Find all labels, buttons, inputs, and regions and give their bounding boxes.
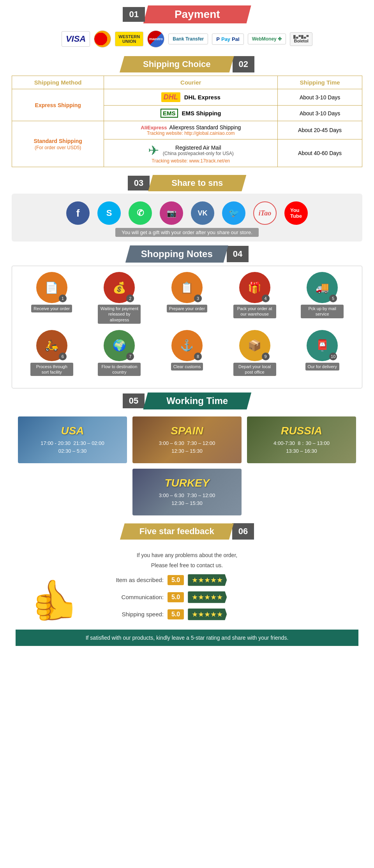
star-icon: ★ [210,610,217,619]
star-icon: ★ [217,593,223,602]
step-7-label: Flow to destination country [98,363,141,376]
step-3-icon: 📋 3 [171,272,203,303]
step-2-icon: 💰 2 [104,272,135,303]
boletol-icon: █▄▀█▄▀ Boletol [290,32,312,46]
step-10: 📮 10 Our for delivery [301,330,344,370]
star-icon: ★ [192,576,198,584]
usa-time-box: USA 17:00 - 20:30 21:30 – 02:0002:30 – 5… [18,416,127,463]
rating-shipping-stars: ★ ★ ★ ★ ★ [188,609,227,620]
step-3: 📋 3 Prepare your order [166,272,208,312]
shipping-table: Shipping Method Courier Shipping Time Ex… [12,76,362,167]
payment-number: 01 [123,7,145,22]
star-icon: ★ [204,576,210,584]
payment-icons-row: VISA WESTERNUNION maestro Bank Transfer … [0,26,374,53]
ems-name: EMS Shipping [182,110,221,116]
turkey-times: 3:00 – 6:30 7:30 – 12:0012:30 – 15:30 [159,492,215,508]
step-2-label: Waiting for payment released by alixepre… [98,305,141,324]
visa-icon: VISA [62,31,90,47]
itao-icon[interactable]: iTao [253,201,277,225]
rating-row-shipping: Shipping speed: 5.0 ★ ★ ★ ★ ★ [101,609,358,620]
step-9: 📦 9 Depart your local post office [233,330,276,376]
star-icon: ★ [198,593,204,602]
star-icon: ★ [210,576,217,584]
instagram-icon[interactable]: 📷 [160,201,183,225]
ratings-wrap: Item as described: 5.0 ★ ★ ★ ★ ★ Communi… [101,574,358,626]
star-icon: ★ [198,576,204,584]
payment-title: Payment [143,5,251,23]
step-6-icon: 🛵 6 [36,330,67,361]
dhl-name: DHL Express [184,94,221,101]
russia-times: 4:00-7:30 8：30 – 13:0013:30 – 16:30 [273,439,330,456]
spain-times: 3:00 – 6:30 7:30 – 12:0012:30 – 15:30 [159,439,215,456]
ems-logo: EMS [161,109,178,118]
ali-tracking: Tracking website: http://global.cainiao.… [109,131,273,136]
ali-logo: AliExpress [141,125,167,131]
ali-time: About 20-45 Days [278,121,362,139]
star-icon: ★ [204,593,210,602]
feedback-content-wrap: If you have any problems about the order… [0,543,374,650]
step-5-label: Pck up by mail service [301,305,344,318]
paypal-icon: PPayPal [212,34,243,45]
airmail-icon: ✈ [148,143,159,158]
airmail-courier-cell: ✈ Registered Air Mail (China post/epacke… [104,139,278,167]
spain-label: SPAIN [171,425,203,437]
sns-icons-wrap: f S ✆ 📷 VK 🐦 iTao YouTube [12,194,362,242]
working-time-content: USA 17:00 - 20:30 21:30 – 02:0002:30 – 5… [0,413,374,519]
shipping-number: 02 [233,56,254,72]
youtube-icon[interactable]: YouTube [284,201,308,225]
steps-row-1: 📄 1 Receive your order 💰 2 Waiting for p… [18,272,356,324]
turkey-label: TURKEY [164,477,209,489]
facebook-icon[interactable]: f [66,201,90,225]
step-7-icon: 🌍 7 [104,330,135,361]
star-icon: ★ [217,576,223,584]
whatsapp-icon[interactable]: ✆ [129,201,152,225]
russia-label: RUSSIA [281,425,322,437]
shopping-notes-number: 04 [227,246,249,262]
shopping-notes-section: Shopping Notes 04 📄 1 Receive your order… [0,245,374,388]
skype-icon[interactable]: S [97,201,121,225]
shopping-notes-content: 📄 1 Receive your order 💰 2 Waiting for p… [12,266,362,388]
usa-times: 17:00 - 20:30 21:30 – 02:0002:30 – 5:30 [41,439,104,456]
vk-icon[interactable]: VK [191,201,214,225]
star-icon: ★ [192,610,198,619]
russia-time-box: RUSSIA 4:00-7:30 8：30 – 13:0013:30 – 16:… [247,416,356,463]
bank-transfer-icon: Bank Transfer [168,34,208,44]
thumbs-up-image: 👍 [16,577,94,623]
sns-title: Share to sns [148,175,246,191]
step-10-label: Our for delivery [305,363,339,370]
dhl-logo: DHL [161,92,180,102]
dhl-courier-cell: DHL DHL Express [104,89,278,106]
steps-row-2: 🛵 6 Process through sort facility 🌍 7 Fl… [18,330,356,376]
feedback-section: Five star feedback 06 If you have any pr… [0,523,374,650]
rating-shipping-label: Shipping speed: [101,611,164,617]
usa-label: USA [61,425,84,437]
western-union-icon: WESTERNUNION [115,32,143,46]
feedback-subtitle: If you have any problems about the order… [16,550,358,570]
working-time-section: 05 Working Time USA 17:00 - 20:30 21:30 … [0,392,374,519]
step-10-icon: 📮 10 [307,330,338,361]
feedback-title: Five star feedback [120,523,234,540]
airmail-time: About 40-60 Days [278,139,362,167]
twitter-icon[interactable]: 🐦 [222,201,245,225]
maestro-icon: maestro [147,30,164,48]
rating-shipping-score: 5.0 [168,609,184,619]
rating-row-described: Item as described: 5.0 ★ ★ ★ ★ ★ [101,574,358,586]
rating-communication-stars: ★ ★ ★ ★ ★ [188,591,227,603]
star-icon: ★ [217,610,223,619]
ems-courier-cell: EMS EMS Shipping [104,106,278,121]
ali-name: Aliexpress Standard Shipping [169,124,241,131]
rating-described-score: 5.0 [168,575,184,585]
step-4: 🎁 4 Pack your order at our warehouse [233,272,276,318]
working-time-title: Working Time [143,392,251,409]
feedback-number: 06 [232,523,254,540]
shipping-title: Shipping Choice [120,56,234,72]
step-5: 🚚 5 Pck up by mail service [301,272,344,318]
step-1: 📄 1 Receive your order [30,272,73,312]
table-row: Standard Shipping (For order over USD5) … [12,121,362,139]
mastercard-icon [94,30,111,48]
rating-communication-label: Communication: [101,594,164,600]
airmail-name: Registered Air Mail [163,145,234,151]
shipping-time-header: Shipping Time [278,76,362,89]
feedback-main: 👍 Item as described: 5.0 ★ ★ ★ ★ ★ Commu… [16,574,358,626]
ems-time: About 3-10 Days [278,106,362,121]
